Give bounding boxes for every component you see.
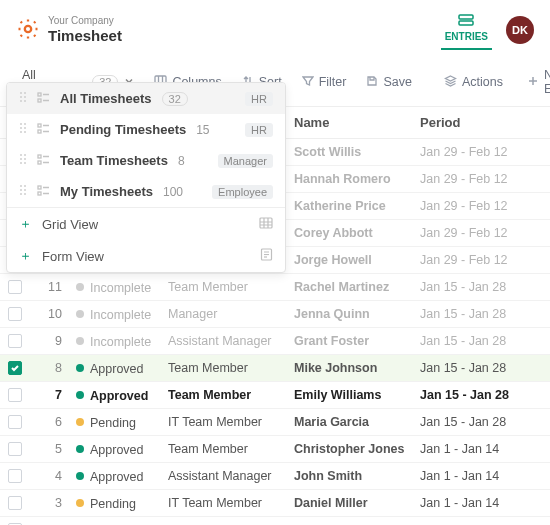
plus-icon: ＋ — [19, 215, 32, 233]
svg-point-29 — [24, 158, 26, 160]
plus-icon — [527, 75, 539, 90]
row-role: Team Member — [168, 388, 286, 402]
row-name: Daniel Miller — [286, 496, 412, 510]
row-role: Team Member — [168, 442, 286, 456]
scope-option[interactable]: All Timesheets32HR — [7, 83, 285, 114]
row-period: Jan 15 - Jan 28 — [412, 334, 550, 348]
brand-app: Timesheet — [48, 27, 122, 45]
row-name: Maria Garcia — [286, 415, 412, 429]
row-status: Approved — [72, 361, 168, 376]
new-entry-button[interactable]: New Entry — [519, 64, 550, 100]
drag-handle-icon — [19, 122, 27, 137]
svg-rect-43 — [38, 192, 41, 195]
row-name: Emily Williams — [286, 388, 412, 402]
row-period: Jan 15 - Jan 28 — [412, 280, 550, 294]
table-row[interactable]: 9IncompleteAssistant ManagerGrant Foster… — [0, 328, 550, 355]
table-row[interactable]: 4ApprovedAssistant ManagerJohn SmithJan … — [0, 463, 550, 490]
row-checkbox[interactable] — [8, 280, 22, 294]
avatar[interactable]: DK — [506, 16, 534, 44]
list-icon — [37, 153, 50, 168]
role-badge: Manager — [218, 154, 273, 168]
row-role: Team Member — [168, 361, 286, 375]
svg-rect-46 — [260, 218, 272, 228]
svg-point-26 — [20, 154, 22, 156]
svg-rect-1 — [459, 15, 473, 19]
table-row[interactable]: 7ApprovedTeam MemberEmily WilliamsJan 15… — [0, 382, 550, 409]
row-status: Incomplete — [72, 280, 168, 295]
row-role: Team Member — [168, 280, 286, 294]
row-checkbox[interactable] — [8, 469, 22, 483]
row-name: Scott Willis — [286, 145, 412, 159]
svg-point-37 — [24, 185, 26, 187]
row-id: 8 — [30, 361, 72, 375]
row-role: IT Team Member — [168, 496, 286, 510]
row-checkbox[interactable] — [8, 496, 22, 510]
svg-point-18 — [20, 127, 22, 129]
role-badge: Employee — [212, 185, 273, 199]
actions-button[interactable]: Actions — [436, 71, 511, 94]
row-name: Hannah Romero — [286, 172, 412, 186]
table-row[interactable]: 2PendingIT Team MemberOlivia BrownJan 1 … — [0, 517, 550, 525]
row-checkbox[interactable] — [8, 361, 22, 375]
grid-view-option[interactable]: ＋ Grid View — [7, 208, 285, 240]
svg-point-36 — [20, 185, 22, 187]
save-icon — [366, 75, 378, 90]
svg-point-28 — [20, 158, 22, 160]
form-view-option[interactable]: ＋ Form View — [7, 240, 285, 272]
table-row[interactable]: 3PendingIT Team MemberDaniel MillerJan 1… — [0, 490, 550, 517]
svg-point-31 — [24, 162, 26, 164]
svg-point-39 — [24, 189, 26, 191]
table-row[interactable]: 8ApprovedTeam MemberMike JohnsonJan 15 -… — [0, 355, 550, 382]
row-name: Corey Abbott — [286, 226, 412, 240]
svg-rect-12 — [38, 93, 41, 96]
row-checkbox[interactable] — [8, 415, 22, 429]
row-id: 5 — [30, 442, 72, 456]
scope-option[interactable]: Pending Timesheets15HR — [7, 114, 285, 145]
col-header-period[interactable]: Period — [412, 115, 550, 130]
row-period: Jan 1 - Jan 14 — [412, 496, 550, 510]
scope-option[interactable]: My Timesheets100Employee — [7, 176, 285, 207]
drag-handle-icon — [19, 91, 27, 106]
drag-handle-icon — [19, 184, 27, 199]
row-name: Jorge Howell — [286, 253, 412, 267]
plus-icon: ＋ — [19, 247, 32, 265]
scope-dropdown: All Timesheets32HRPending Timesheets15HR… — [6, 82, 286, 273]
row-status: Incomplete — [72, 334, 168, 349]
row-status: Approved — [72, 442, 168, 457]
row-period: Jan 15 - Jan 28 — [412, 415, 550, 429]
svg-rect-22 — [38, 124, 41, 127]
table-row[interactable]: 11IncompleteTeam MemberRachel MartinezJa… — [0, 274, 550, 301]
row-checkbox[interactable] — [8, 334, 22, 348]
svg-point-8 — [20, 96, 22, 98]
svg-rect-33 — [38, 161, 41, 164]
row-checkbox[interactable] — [8, 442, 22, 456]
tab-entries[interactable]: ENTRIES — [441, 10, 492, 50]
table-row[interactable]: 10IncompleteManagerJenna QuinnJan 15 - J… — [0, 301, 550, 328]
table-row[interactable]: 6PendingIT Team MemberMaria GarciaJan 15… — [0, 409, 550, 436]
role-badge: HR — [245, 123, 273, 137]
scope-option[interactable]: Team Timesheets8Manager — [7, 145, 285, 176]
row-period: Jan 29 - Feb 12 — [412, 199, 550, 213]
row-status: Approved — [72, 469, 168, 484]
svg-point-38 — [20, 189, 22, 191]
svg-point-21 — [24, 131, 26, 133]
row-checkbox[interactable] — [8, 388, 22, 402]
list-icon — [37, 184, 50, 199]
row-period: Jan 29 - Feb 12 — [412, 226, 550, 240]
table-row[interactable]: 5ApprovedTeam MemberChristopher JonesJan… — [0, 436, 550, 463]
row-status: Pending — [72, 415, 168, 430]
form-icon — [260, 248, 273, 264]
svg-point-11 — [24, 100, 26, 102]
svg-point-6 — [20, 92, 22, 94]
filter-button[interactable]: Filter — [294, 71, 355, 94]
row-role: Assistant Manager — [168, 469, 286, 483]
save-button[interactable]: Save — [358, 71, 420, 94]
row-role: IT Team Member — [168, 415, 286, 429]
row-checkbox[interactable] — [8, 307, 22, 321]
svg-point-16 — [20, 123, 22, 125]
grid-icon — [259, 217, 273, 232]
col-header-name[interactable]: Name — [286, 115, 412, 130]
row-period: Jan 15 - Jan 28 — [412, 361, 550, 375]
drag-handle-icon — [19, 153, 27, 168]
row-role: Manager — [168, 307, 286, 321]
